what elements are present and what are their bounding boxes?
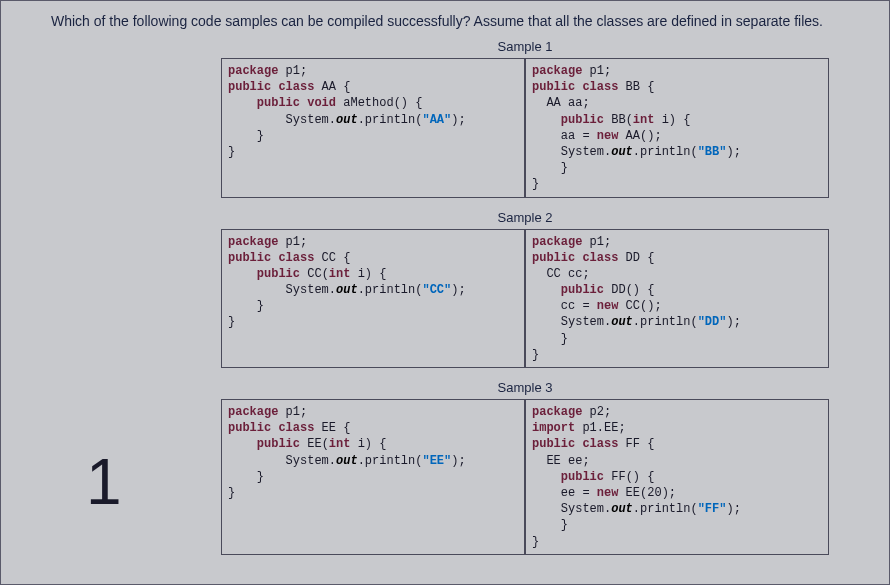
sample1-left-code: package p1; public class AA { public voi… bbox=[221, 58, 525, 198]
sample3-left-code: package p1; public class EE { public EE(… bbox=[221, 399, 525, 555]
sample1-right-code: package p1; public class BB { AA aa; pub… bbox=[525, 58, 829, 198]
sample2-title: Sample 2 bbox=[221, 210, 829, 225]
sample3-right-code: package p2; import p1.EE; public class F… bbox=[525, 399, 829, 555]
page-number: 1 bbox=[86, 445, 122, 519]
samples-container: Sample 1 package p1; public class AA { p… bbox=[21, 39, 869, 555]
sample3-title: Sample 3 bbox=[221, 380, 829, 395]
sample2-row: package p1; public class CC { public CC(… bbox=[221, 229, 829, 369]
sample2-left-code: package p1; public class CC { public CC(… bbox=[221, 229, 525, 369]
sample1-row: package p1; public class AA { public voi… bbox=[221, 58, 829, 198]
question-text: Which of the following code samples can … bbox=[21, 13, 869, 29]
sample3-row: package p1; public class EE { public EE(… bbox=[221, 399, 829, 555]
sample1-title: Sample 1 bbox=[221, 39, 829, 54]
sample2-right-code: package p1; public class DD { CC cc; pub… bbox=[525, 229, 829, 369]
